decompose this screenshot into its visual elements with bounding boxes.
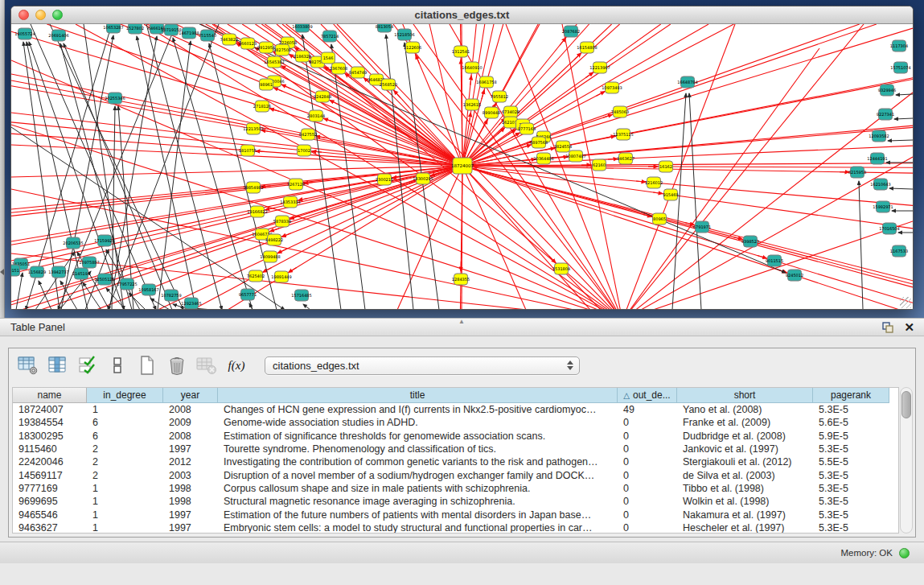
graph-node[interactable]: 2367608 (330, 63, 347, 74)
cell-year[interactable]: 1997 (163, 508, 218, 521)
cell-pagerank[interactable]: 5.5E-5 (813, 455, 889, 468)
cell-pagerank[interactable]: 5.3E-5 (813, 495, 889, 508)
graph-node[interactable]: 8454749 (349, 67, 367, 78)
select-all-icon[interactable] (76, 354, 99, 377)
graph-node[interactable]: 80965 (653, 213, 667, 225)
delete-column-icon[interactable] (166, 354, 188, 377)
graph-node[interactable]: 6897568 (530, 137, 548, 148)
cell-short[interactable]: Wolkin et al. (1998) (677, 495, 813, 508)
cell-name[interactable]: 9465546 (13, 508, 87, 521)
table-row[interactable]: 1830029562008Estimation of significance … (13, 430, 898, 443)
table-row[interactable]: 1456911722003Disruption of a novel membe… (13, 468, 898, 481)
graph-node[interactable]: 10653287 (103, 24, 123, 33)
graph-node[interactable]: 9011515 (766, 255, 783, 266)
cell-title[interactable]: Changes of HCN gene expression and I(f) … (218, 403, 618, 416)
cell-year[interactable]: 1998 (163, 495, 218, 508)
cell-in_degree[interactable]: 2 (87, 443, 163, 455)
graph-node[interactable]: 7857214 (321, 31, 339, 42)
cell-out_de[interactable]: 0 (618, 495, 677, 508)
new-column-icon[interactable] (136, 354, 158, 377)
cell-pagerank[interactable]: 5.3E-5 (813, 482, 889, 495)
graph-node[interactable]: 39151 (11, 265, 20, 276)
graph-node[interactable]: 9463627 (617, 153, 634, 164)
table-row[interactable]: 946554611997Estimation of the future num… (13, 508, 898, 521)
cell-out_de[interactable]: 0 (618, 482, 677, 495)
graph-node[interactable]: 18724007 (451, 158, 474, 174)
graph-node[interactable]: 10958167 (138, 284, 158, 295)
graph-node[interactable]: 16210643 (870, 179, 890, 190)
graph-node[interactable]: 14671988 (179, 27, 199, 39)
column-header-in_degree[interactable]: in_degree (87, 388, 163, 403)
cell-title[interactable]: Tourette syndrome. Phenomenology and cla… (218, 443, 618, 455)
cell-out_de[interactable]: 0 (618, 443, 677, 455)
graph-node[interactable]: 8990448 (483, 107, 500, 118)
cell-pagerank[interactable]: 5.3E-5 (813, 521, 889, 534)
graph-node[interactable]: 15716485 (291, 290, 311, 301)
cell-title[interactable]: Estimation of significance thresholds fo… (218, 430, 618, 443)
graph-node[interactable]: 1531804 (552, 263, 570, 274)
graph-node[interactable]: 12923465 (181, 298, 201, 309)
graph-node[interactable]: 12375115 (613, 129, 633, 140)
graph-node[interactable]: 16162 (659, 161, 673, 172)
table-row[interactable]: 1938455462009Genome-wide association stu… (13, 416, 898, 429)
cell-year[interactable]: 1997 (163, 521, 218, 534)
graph-node[interactable]: 15751074 (890, 62, 910, 73)
graph-node[interactable]: 1284355 (452, 274, 470, 285)
cell-year[interactable]: 2012 (163, 455, 218, 468)
row-height-icon[interactable] (106, 354, 129, 377)
graph-node[interactable]: 16961758 (476, 76, 496, 88)
graph-node[interactable]: 1156829 (28, 266, 46, 278)
table-row[interactable]: 946362711997Embryonic stem cells: a mode… (13, 521, 898, 534)
cell-year[interactable]: 1998 (163, 482, 218, 495)
graph-node[interactable]: 1362615 (463, 99, 481, 110)
close-button[interactable] (18, 10, 29, 20)
cell-in_degree[interactable]: 1 (87, 403, 163, 416)
graph-node[interactable]: 1216012 (645, 177, 663, 188)
cell-pagerank[interactable]: 5.3E-5 (813, 443, 889, 455)
table-row[interactable]: 1872400712008Changes of HCN gene express… (13, 403, 898, 416)
graph-node[interactable]: 20691406 (48, 30, 68, 41)
graph-node[interactable]: 2568520 (380, 79, 397, 90)
cell-short[interactable]: Nakamura et al. (1997) (677, 508, 813, 521)
cell-name[interactable]: 9699695 (13, 495, 87, 508)
graph-node[interactable]: 3267120 (287, 179, 305, 190)
graph-node[interactable]: 9827508 (273, 44, 291, 56)
cell-pagerank[interactable]: 5.3E-5 (813, 508, 889, 521)
cell-pagerank[interactable]: 5.3E-5 (813, 403, 889, 416)
graph-node[interactable]: 15218506 (394, 29, 414, 40)
cell-in_degree[interactable]: 6 (87, 416, 163, 429)
column-header-short[interactable]: short (677, 388, 813, 403)
close-panel-icon[interactable]: ✕ (904, 321, 914, 333)
panel-collapse-arrow[interactable] (0, 269, 4, 275)
float-window-icon[interactable] (882, 322, 894, 333)
cell-title[interactable]: Embryonic stem cells: a model to study s… (218, 521, 618, 534)
graph-node[interactable]: 2300215 (376, 174, 393, 185)
cell-short[interactable]: de Silva et al. (2003) (677, 468, 813, 481)
graph-node[interactable]: 1312541 (452, 46, 470, 57)
resize-grip[interactable] (900, 297, 911, 308)
cell-out_de[interactable]: 0 (618, 468, 677, 481)
graph-node[interactable]: 9242848 (314, 91, 331, 102)
cell-in_degree[interactable]: 1 (87, 521, 163, 534)
table-row[interactable]: 969969511998Structural magnetic resonanc… (13, 495, 898, 508)
table-select-dropdown[interactable]: citations_edges.txt (265, 356, 580, 375)
function-builder-icon[interactable]: f(x) (225, 354, 248, 377)
graph-node[interactable]: 915469 (663, 189, 678, 200)
graph-node[interactable]: 1145194 (72, 268, 90, 279)
graph-node[interactable]: 6734028 (502, 106, 519, 117)
cell-out_de[interactable]: 0 (618, 521, 677, 534)
graph-node[interactable]: 1546 (322, 52, 335, 64)
graph-node[interactable]: 7955812 (491, 91, 508, 102)
graph-node[interactable]: 5878334 (273, 216, 291, 227)
cell-short[interactable]: Franke et al. (2009) (677, 416, 813, 429)
cell-name[interactable]: 9777169 (13, 482, 87, 495)
graph-node[interactable]: 1498222 (265, 234, 283, 245)
memory-status-indicator[interactable] (899, 548, 910, 558)
cell-name[interactable]: 19384554 (13, 416, 87, 429)
graph-node[interactable]: 8660123 (239, 38, 257, 49)
graph-node[interactable]: 9227341 (877, 109, 894, 120)
cell-short[interactable]: Yano et al. (2008) (677, 403, 813, 416)
graph-node[interactable]: 7463822 (220, 34, 238, 45)
graph-node[interactable]: 8813054 (376, 24, 393, 32)
table-row[interactable]: 911546021997Tourette syndrome. Phenomeno… (13, 443, 898, 455)
